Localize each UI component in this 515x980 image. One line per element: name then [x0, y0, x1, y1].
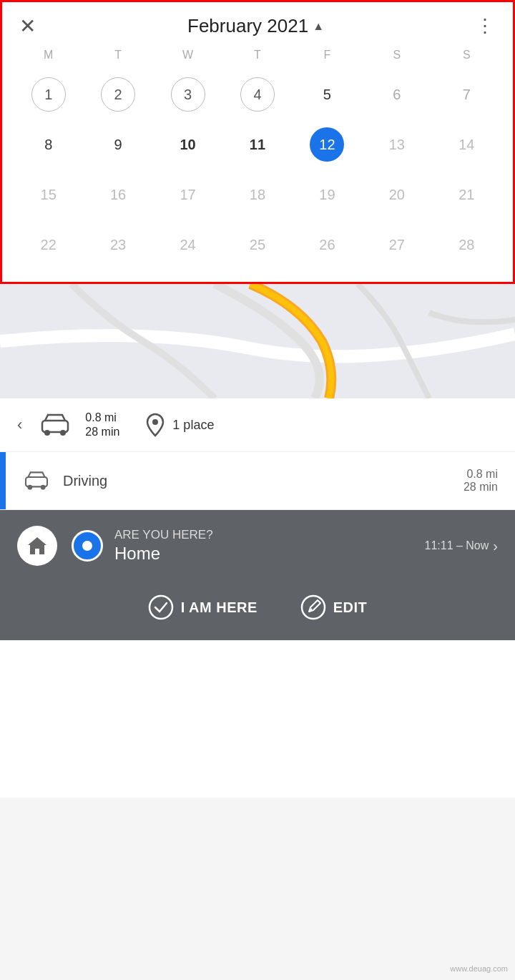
calendar-day-8[interactable]: 8: [14, 122, 83, 167]
svg-point-4: [152, 419, 158, 425]
calendar-grid: M T W T F S S 1 2 3 4 5: [2, 44, 513, 282]
time-range: 11:11 – Now: [424, 539, 489, 552]
driving-content: Driving 0.8 mi 28 min: [6, 452, 515, 509]
calendar-day-21[interactable]: 21: [432, 172, 501, 217]
trip-distance: 0.8 mi: [85, 411, 119, 424]
i-am-here-button[interactable]: I AM HERE: [148, 594, 258, 620]
calendar-day-19[interactable]: 19: [293, 172, 362, 217]
day-header-mon: M: [14, 44, 83, 66]
i-am-here-label: I AM HERE: [181, 599, 258, 616]
calendar-day-20[interactable]: 20: [362, 172, 431, 217]
location-row: ARE YOU HERE? Home 11:11 – Now ›: [0, 510, 515, 579]
svg-point-8: [149, 596, 172, 619]
action-buttons: I AM HERE EDIT: [0, 579, 515, 640]
calendar-day-5[interactable]: 5: [293, 72, 362, 117]
calendar-day-4[interactable]: 4: [222, 72, 292, 117]
chevron-right-icon[interactable]: ›: [493, 538, 498, 554]
day-header-sun: S: [432, 44, 501, 66]
calendar-day-24[interactable]: 24: [153, 222, 222, 268]
calendar-day-17[interactable]: 17: [153, 172, 222, 217]
calendar-day-27[interactable]: 27: [362, 222, 431, 268]
calendar-day-6[interactable]: 6: [362, 72, 431, 117]
calendar-day-16[interactable]: 16: [83, 172, 152, 217]
svg-point-6: [28, 485, 33, 490]
more-options-button[interactable]: ⋮: [476, 15, 496, 37]
driving-detail: Driving 0.8 mi 28 min: [0, 452, 515, 510]
calendar-month-year: February 2021: [187, 15, 308, 37]
svg-point-9: [302, 596, 325, 619]
calendar-toggle-arrow[interactable]: ▲: [313, 20, 324, 33]
calendar-day-10[interactable]: 10: [153, 122, 222, 167]
calendar-day-13[interactable]: 13: [362, 122, 431, 167]
place-info: 1 place: [145, 413, 214, 437]
day-headers: M T W T F S S: [14, 44, 501, 66]
calendar-day-1[interactable]: 1: [14, 72, 83, 117]
calendar-day-2[interactable]: 2: [83, 72, 152, 117]
day-header-wed: W: [153, 44, 222, 66]
location-pin-icon: [145, 413, 165, 437]
driving-right: 0.8 mi 28 min: [464, 468, 498, 494]
confirm-check-icon: [148, 594, 174, 620]
svg-point-2: [44, 430, 50, 436]
day-header-fri: F: [293, 44, 362, 66]
driving-left: Driving: [23, 470, 107, 491]
car-icon: [39, 412, 71, 438]
calendar-header: ✕ February 2021 ▲ ⋮: [2, 2, 513, 44]
time-row: 11:11 – Now ›: [424, 538, 498, 554]
driving-car-icon: [23, 470, 50, 491]
location-name: Home: [114, 544, 413, 564]
edit-label: EDIT: [333, 599, 368, 616]
calendar-day-11[interactable]: 11: [222, 122, 292, 167]
calendar-section: ✕ February 2021 ▲ ⋮ M T W T F S S 1 2 3: [0, 0, 515, 284]
edit-button[interactable]: EDIT: [300, 594, 368, 620]
calendar-day-28[interactable]: 28: [432, 222, 501, 268]
calendar-days: 1 2 3 4 5 6 7 8: [14, 72, 501, 268]
back-button[interactable]: ‹: [17, 416, 22, 434]
calendar-day-14[interactable]: 14: [432, 122, 501, 167]
calendar-day-25[interactable]: 25: [222, 222, 292, 268]
calendar-day-15[interactable]: 15: [14, 172, 83, 217]
edit-icon: [300, 594, 326, 620]
driving-label: Driving: [63, 473, 107, 489]
current-location-indicator: [72, 530, 103, 562]
calendar-title: February 2021 ▲: [187, 15, 324, 37]
svg-point-7: [41, 485, 46, 490]
calendar-day-7[interactable]: 7: [432, 72, 501, 117]
trip-stats: 0.8 mi 28 min: [85, 411, 119, 438]
day-header-sat: S: [362, 44, 431, 66]
close-button[interactable]: ✕: [19, 16, 36, 36]
calendar-day-9[interactable]: 9: [83, 122, 152, 167]
are-you-here-prompt: ARE YOU HERE?: [114, 528, 413, 542]
dark-card: ARE YOU HERE? Home 11:11 – Now › I AM HE…: [0, 510, 515, 640]
location-text: ARE YOU HERE? Home: [114, 528, 413, 564]
day-header-thu: T: [222, 44, 292, 66]
home-circle: [17, 526, 57, 566]
watermark: www.deuag.com: [450, 964, 508, 973]
home-icon: [26, 536, 48, 556]
calendar-day-12[interactable]: 12: [293, 122, 362, 167]
calendar-day-22[interactable]: 22: [14, 222, 83, 268]
calendar-day-23[interactable]: 23: [83, 222, 152, 268]
day-header-tue: T: [83, 44, 152, 66]
calendar-day-3[interactable]: 3: [153, 72, 222, 117]
driving-time: 28 min: [464, 481, 498, 494]
svg-point-3: [60, 430, 66, 436]
blue-progress-bar: [0, 452, 6, 509]
calendar-day-18[interactable]: 18: [222, 172, 292, 217]
places-label: 1 place: [172, 418, 214, 433]
calendar-day-26[interactable]: 26: [293, 222, 362, 268]
trip-info: ‹ 0.8 mi 28 min 1 place: [0, 398, 515, 452]
driving-distance: 0.8 mi: [464, 468, 498, 481]
map-section: [0, 284, 515, 398]
trip-time: 28 min: [85, 426, 119, 438]
bottom-area: [0, 640, 515, 798]
